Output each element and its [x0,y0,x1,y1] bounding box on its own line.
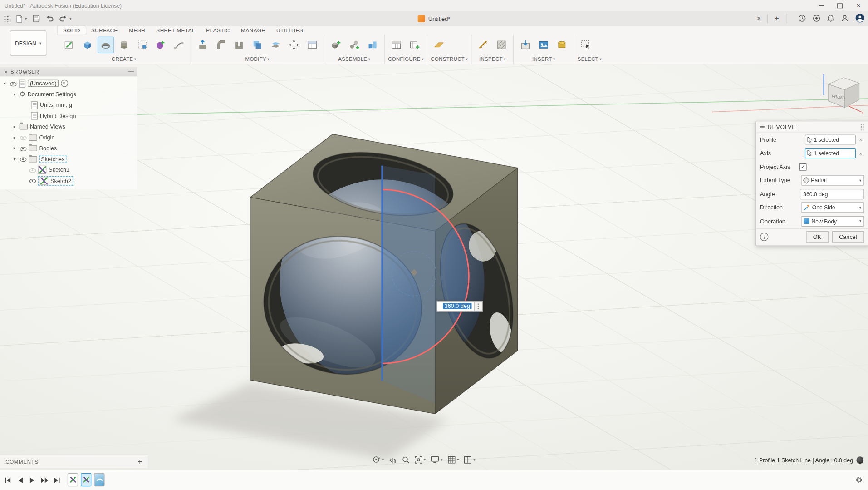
zoom-tool[interactable] [402,455,409,463]
browser-header[interactable]: ◂ BROWSER [0,67,137,77]
dialog-collapse-icon[interactable] [760,127,765,128]
caret-right-icon[interactable]: ▸ [12,146,17,151]
configure-button[interactable] [388,37,405,54]
close-button[interactable]: × [849,0,868,11]
press-pull-button[interactable] [194,37,211,54]
save-button[interactable] [32,15,39,22]
tab-mesh[interactable]: MESH [123,26,151,34]
visibility-eye-icon[interactable] [20,156,27,163]
section-analysis-button[interactable] [493,37,510,54]
step-forward-button[interactable] [40,476,49,485]
direction-dropdown[interactable]: One Side ▾ [801,203,864,213]
go-to-end-button[interactable] [52,476,61,485]
view-cube[interactable]: FRONT x [817,70,866,115]
caret-down-icon[interactable]: ▾ [12,157,17,162]
caret-down-icon[interactable]: ▾ [12,92,17,97]
timeline-settings-gear-icon[interactable]: ⚙ [855,476,862,484]
decal-button[interactable] [535,37,552,54]
tree-item-sketches[interactable]: ▾ Sketches [0,154,137,165]
timeline-sketch1-marker[interactable] [68,473,78,486]
derive-button[interactable] [134,37,151,54]
joint-button[interactable] [346,37,363,54]
extent-type-dropdown[interactable]: Partial ▾ [801,175,864,186]
group-label-create[interactable]: CREATE [61,55,187,63]
offset-face-button[interactable] [267,37,284,54]
workspace-selector[interactable]: DESIGN [10,30,47,56]
viewcube-cube[interactable] [828,78,859,108]
orbit-tool[interactable] [372,455,384,464]
viewports[interactable] [464,455,475,463]
pan-tool[interactable] [389,455,397,463]
document-tab-close-button[interactable]: × [754,13,764,23]
tab-manage[interactable]: MANAGE [235,26,271,34]
tree-item-root[interactable]: ▾ (Unsaved) [0,78,137,89]
info-icon[interactable]: i [760,233,768,241]
ok-button[interactable]: OK [806,231,829,243]
combine-button[interactable] [249,37,266,54]
visibility-eye-icon[interactable] [20,145,27,152]
axis-selection-box[interactable]: 1 selected [805,148,856,158]
group-label-inspect[interactable]: INSPECT [475,55,510,63]
project-axis-checkbox[interactable]: ✓ [799,163,807,171]
minimize-button[interactable] [812,0,830,11]
document-tab[interactable]: Untitled* [418,11,451,26]
job-status-button[interactable] [813,14,820,23]
rigid-group-button[interactable] [364,37,381,54]
tree-item-units[interactable]: Units: mm, g [0,100,137,111]
tree-item-bodies[interactable]: ▸ Bodies [0,143,137,154]
fillet-button[interactable] [212,37,229,54]
measure-button[interactable] [475,37,492,54]
tree-item-origin[interactable]: ▸ Origin [0,132,137,143]
insert-derive-button[interactable] [517,37,534,54]
operation-dropdown[interactable]: New Body ▾ [801,216,864,227]
comments-bar[interactable]: COMMENTS + [0,454,148,468]
file-menu-button[interactable] [16,15,27,22]
visibility-eye-off-icon[interactable] [20,134,27,141]
add-comment-button[interactable]: + [138,457,142,465]
tab-utilities[interactable]: UTILITIES [271,26,309,34]
group-label-select[interactable]: SELECT [578,55,602,63]
maximize-button[interactable] [830,0,849,11]
tab-plastic[interactable]: PLASTIC [201,26,235,34]
fit-tool[interactable] [414,455,426,463]
revolve-dialog-header[interactable]: REVOLVE [756,121,868,133]
move-copy-button[interactable] [286,37,303,54]
tab-solid[interactable]: SOLID [58,26,86,34]
browser-minimize-icon[interactable] [128,71,134,72]
form-button[interactable] [152,37,169,54]
activate-component-radio[interactable] [61,80,68,87]
visibility-eye-icon[interactable] [10,80,17,87]
group-label-modify[interactable]: MODIFY [194,55,320,63]
tab-surface[interactable]: SURFACE [86,26,123,34]
insert-mcmaster-button[interactable] [554,37,570,54]
angle-input[interactable]: 360.0 deg [800,189,864,199]
box-button[interactable] [79,37,96,54]
account-avatar[interactable] [855,13,865,24]
display-settings[interactable] [431,456,442,463]
construct-plane-button[interactable] [431,37,448,54]
caret-right-icon[interactable]: ▸ [12,124,17,129]
play-button[interactable] [28,476,37,485]
profile-clear-button[interactable]: × [858,136,864,143]
group-label-assemble[interactable]: ASSEMBLE [328,55,381,63]
render-status-icon[interactable] [856,456,863,464]
notifications-button[interactable] [827,14,834,23]
caret-right-icon[interactable]: ▸ [12,135,17,140]
change-parameters-button[interactable] [304,37,321,54]
step-back-button[interactable] [15,476,25,485]
tree-item-sketch1[interactable]: Sketch1 [0,164,137,175]
caret-down-icon[interactable]: ▾ [2,81,7,86]
create-sketch-button[interactable] [61,37,78,54]
floating-drag-grip[interactable] [475,301,483,311]
group-label-construct[interactable]: CONSTRUCT [431,55,468,63]
new-document-tab-button[interactable]: + [772,13,782,23]
tree-item-hybrid-design[interactable]: Hybrid Design [0,110,137,121]
tree-item-sketch2[interactable]: Sketch2 [0,175,137,186]
go-to-start-button[interactable] [3,476,12,485]
tree-item-document-settings[interactable]: ▾ ⚙ Document Settings [0,89,137,100]
canvas-viewport[interactable]: ◂ BROWSER ▾ (Unsaved) ▾ ⚙ Document Setti… [0,64,868,470]
shell-button[interactable] [231,37,248,54]
revolve-button[interactable] [98,37,114,54]
floating-angle-input[interactable]: 360.0 deg [437,301,475,311]
cancel-button[interactable]: Cancel [832,231,864,243]
